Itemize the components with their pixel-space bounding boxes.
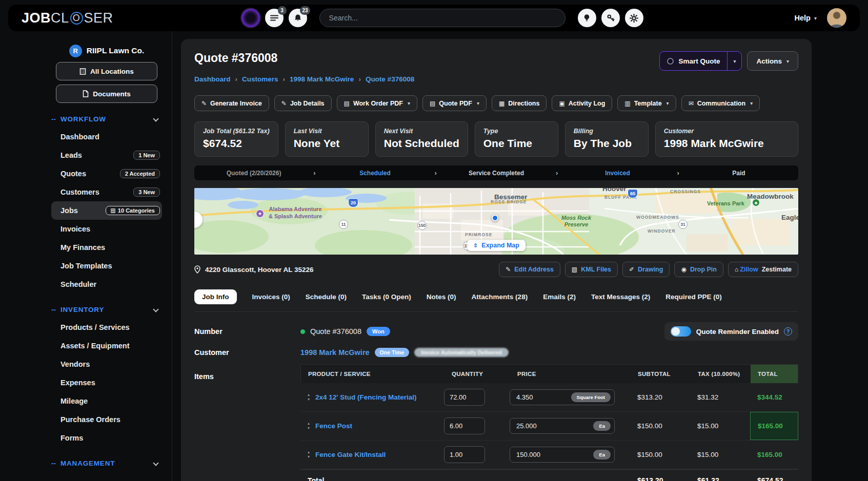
quantity-input[interactable] <box>444 446 485 463</box>
sidebar-item-jobs[interactable]: Jobs 10 Categories <box>51 201 162 220</box>
sidebar-item-leads[interactable]: Leads1 New <box>51 146 162 164</box>
quantity-input[interactable] <box>444 389 485 406</box>
quote-pdf-button[interactable]: ▤Quote PDF▾ <box>422 95 487 111</box>
section-workflow[interactable]: WORKFLOW <box>51 114 161 123</box>
item-label: Mileage <box>60 397 88 405</box>
row-sort-handle[interactable]: ▴▾ <box>308 393 310 402</box>
sidebar-item-mileage[interactable]: Mileage <box>51 392 162 410</box>
breadcrumb-customers[interactable]: Customers <box>242 75 278 83</box>
help-tooltip-icon[interactable]: ? <box>784 327 792 336</box>
directions-button[interactable]: ▦Directions <box>492 95 547 111</box>
drawing-button[interactable]: ✐Drawing <box>622 262 670 277</box>
job-details-button[interactable]: ✎Job Details <box>274 95 332 111</box>
app-logo[interactable]: JOBCLOSER <box>22 10 113 26</box>
logo-text-end: SER <box>84 10 113 26</box>
sidebar-item-job-templates[interactable]: Job Templates <box>51 257 162 275</box>
product-link[interactable]: 2x4 12' Stud (Fencing Material) <box>315 393 417 401</box>
template-button[interactable]: ▥Template▾ <box>617 95 676 111</box>
stat-label: Job Total ($61.32 Tax) <box>203 128 270 135</box>
smart-quote-button[interactable]: Smart Quote ▾ <box>659 51 742 71</box>
all-locations-button[interactable]: All Locations <box>56 62 157 80</box>
stat-label: Billing <box>574 128 640 135</box>
section-management[interactable]: MANAGEMENT <box>51 458 161 468</box>
sidebar-item-dashboard[interactable]: Dashboard <box>51 128 162 146</box>
documents-button[interactable]: Documents <box>56 85 157 103</box>
map[interactable]: Bessemer Hoover BLUFF PARK ROSS BRIDGE C… <box>194 188 798 255</box>
price-field[interactable]: Square Foot <box>510 389 615 405</box>
ideas-button[interactable] <box>578 9 596 27</box>
price-field[interactable]: Ea <box>510 418 615 434</box>
breadcrumb-dashboard[interactable]: Dashboard <box>194 75 231 83</box>
smart-quote-dropdown[interactable]: ▾ <box>727 52 741 70</box>
sidebar-item-customers[interactable]: Customers3 New <box>51 183 162 201</box>
button-label: KML Files <box>581 266 611 273</box>
tab-schedule[interactable]: Schedule (0) <box>306 293 347 301</box>
tab-invoices[interactable]: Invoices (0) <box>252 293 290 301</box>
header-product: PRODUCT / SERVICE <box>301 365 445 383</box>
header-quantity: QUANTITY <box>445 365 510 383</box>
detail-tabs: Job Info Invoices (0) Schedule (0) Tasks… <box>194 289 798 312</box>
section-dash-icon <box>51 459 56 467</box>
sidebar-item-assets-equipment[interactable]: Assets / Equipment <box>51 337 162 355</box>
section-inventory-title: INVENTORY <box>60 306 104 313</box>
tab-required-ppe[interactable]: Required PPE (0) <box>665 293 722 301</box>
tab-job-info[interactable]: Job Info <box>194 289 237 304</box>
tab-emails[interactable]: Emails (2) <box>543 293 576 301</box>
section-inventory[interactable]: INVENTORY <box>51 305 161 314</box>
price-input[interactable] <box>516 451 568 458</box>
sidebar-item-quotes[interactable]: Quotes2 Accepted <box>51 164 162 183</box>
item-label: Assets / Equipment <box>60 342 130 350</box>
kml-files-button[interactable]: ▧KML Files <box>565 262 618 277</box>
row-sort-handle[interactable]: ▴▾ <box>308 450 310 459</box>
key-icon <box>607 14 615 22</box>
breadcrumb-quote[interactable]: Quote #376008 <box>366 75 414 83</box>
sidebar-item-forms[interactable]: Forms <box>51 429 162 447</box>
sidebar-item-scheduler[interactable]: Scheduler <box>51 275 162 294</box>
stat-label: Customer <box>664 128 790 135</box>
button-label: Communication <box>697 100 745 107</box>
route-shield-150: 150 <box>417 221 427 230</box>
sidebar-item-invoices[interactable]: Invoices <box>51 220 162 238</box>
zillow-zestimate-button[interactable]: ⌂Zillow Zestimate <box>728 262 798 277</box>
price-input[interactable] <box>516 422 568 430</box>
quantity-input[interactable] <box>444 417 485 434</box>
generate-invoice-button[interactable]: ✎Generate Invoice <box>194 95 269 111</box>
product-link[interactable]: Fence Post <box>315 422 352 430</box>
sidebar-item-purchase-orders[interactable]: Purchase Orders <box>51 410 162 429</box>
quote-reminder-toggle[interactable] <box>671 326 691 337</box>
user-avatar[interactable] <box>827 8 846 28</box>
actions-button[interactable]: Actions ▾ <box>747 51 798 71</box>
settings-button[interactable] <box>625 9 643 27</box>
tab-attachments[interactable]: Attachments (28) <box>472 293 528 301</box>
tab-notes[interactable]: Notes (0) <box>427 293 456 301</box>
avatar-image <box>827 8 846 28</box>
work-order-pdf-button[interactable]: ▤Work Order PDF▾ <box>337 95 417 111</box>
park-icon: ♣ <box>752 199 760 206</box>
notifications-button[interactable]: 23 <box>289 9 307 27</box>
search-input[interactable] <box>319 9 566 27</box>
sidebar-item-vendors[interactable]: Vendors <box>51 355 162 373</box>
product-link[interactable]: Fence Gate Kit/Install <box>315 451 386 458</box>
api-keys-button[interactable] <box>601 9 620 27</box>
drop-pin-button[interactable]: ◉Drop Pin <box>674 262 723 277</box>
stat-value: None Yet <box>294 137 360 150</box>
company-switcher[interactable]: R RIIPL Lawn Co. <box>51 44 162 58</box>
item-label: My Finances <box>60 243 105 252</box>
price-field[interactable]: Ea <box>510 447 615 463</box>
communication-button[interactable]: ✉Communication▾ <box>681 95 760 111</box>
help-menu[interactable]: Help ▾ <box>795 14 817 22</box>
sidebar-item-my-finances[interactable]: My Finances <box>51 238 162 257</box>
sidebar-item-expenses[interactable]: Expenses <box>51 373 162 392</box>
sidebar-item-products-services[interactable]: Products / Services <box>51 318 162 337</box>
tab-tasks[interactable]: Tasks (0 Open) <box>362 293 411 301</box>
activity-log-button[interactable]: ▣Activity Log <box>552 95 612 111</box>
customer-link[interactable]: 1998 Mark McGwire <box>300 348 370 357</box>
row-sort-handle[interactable]: ▴▾ <box>308 422 310 430</box>
tab-text-messages[interactable]: Text Messages (2) <box>591 293 650 301</box>
expand-map-button[interactable]: ⇕ Expand Map <box>467 240 526 251</box>
tasks-list-button[interactable]: 3 <box>265 9 284 27</box>
edit-address-button[interactable]: ✎Edit Address <box>499 262 560 277</box>
breadcrumb-customer-name[interactable]: 1998 Mark McGwire <box>290 75 354 83</box>
record-button[interactable] <box>241 9 260 27</box>
price-input[interactable] <box>516 393 568 401</box>
